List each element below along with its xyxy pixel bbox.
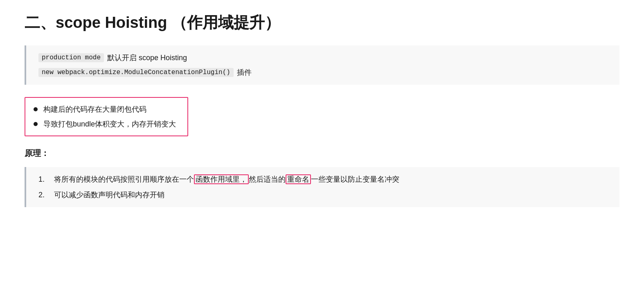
principle-number-1: 1. [38,175,50,184]
principle-highlight-1: 函数作用域里， [194,174,249,184]
plugin-text: 插件 [237,68,252,77]
production-mode-code: production mode [38,53,104,62]
principle-highlight-2: 重命名 [286,174,311,184]
principle-item-1: 1. 将所有的模块的代码按照引用顺序放在一个函数作用域里，然后适当的重命名一些变… [38,174,619,184]
principle-text-1: 将所有的模块的代码按照引用顺序放在一个函数作用域里，然后适当的重命名一些变量以防… [54,174,399,184]
page-title: 二、scope Hoisting （作用域提升） [25,12,619,33]
production-mode-text: 默认开启 scope Hoisting [107,53,187,63]
problem-item-1: 构建后的代码存在大量闭包代码 [34,104,179,114]
principle-text-1-suffix: 一些变量以防止变量名冲突 [311,175,399,183]
principles-blockquote: 1. 将所有的模块的代码按照引用顺序放在一个函数作用域里，然后适当的重命名一些变… [25,167,619,207]
blockquote-line-2: new webpack.optimize.ModuleConcatenation… [38,68,619,77]
bullet-dot-2 [34,122,38,126]
problem-item-2: 导致打包bundle体积变大，内存开销变大 [34,119,179,129]
problems-box: 构建后的代码存在大量闭包代码 导致打包bundle体积变大，内存开销变大 [25,97,188,136]
problem-text-1: 构建后的代码存在大量闭包代码 [43,104,146,114]
bullet-dot-1 [34,107,38,111]
problem-text-2: 导致打包bundle体积变大，内存开销变大 [43,119,176,129]
intro-blockquote: production mode 默认开启 scope Hoisting new … [25,45,619,85]
principle-item-2: 2. 可以减少函数声明代码和内存开销 [38,190,619,200]
principle-text-1-prefix: 将所有的模块的代码按照引用顺序放在一个 [54,175,194,183]
principle-text-1-middle: 然后适当的 [249,175,286,183]
principles-label: 原理： [25,148,619,159]
principle-text-2: 可以减少函数声明代码和内存开销 [54,190,164,200]
principle-number-2: 2. [38,191,50,199]
plugin-code: new webpack.optimize.ModuleConcatenation… [38,68,234,77]
blockquote-line-1: production mode 默认开启 scope Hoisting [38,53,619,63]
